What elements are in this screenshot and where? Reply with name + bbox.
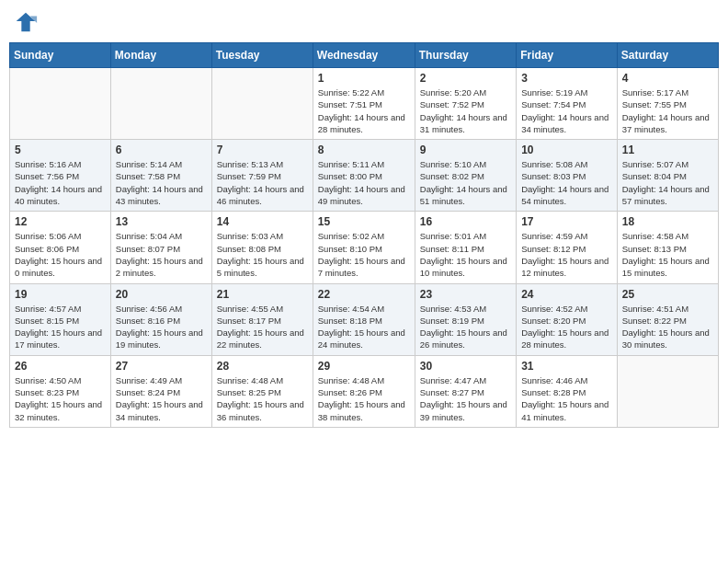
day-info: Sunrise: 5:04 AM Sunset: 8:07 PM Dayligh… (116, 230, 207, 279)
calendar-cell: 22Sunrise: 4:54 AM Sunset: 8:18 PM Dayli… (313, 283, 415, 355)
day-info: Sunrise: 5:06 AM Sunset: 8:06 PM Dayligh… (15, 230, 106, 279)
day-number: 20 (116, 288, 207, 301)
weekday-header-tuesday: Tuesday (211, 43, 313, 68)
day-number: 19 (15, 288, 106, 301)
calendar-header-row: SundayMondayTuesdayWednesdayThursdayFrid… (10, 43, 719, 68)
day-info: Sunrise: 5:19 AM Sunset: 7:54 PM Dayligh… (521, 86, 612, 135)
day-number: 18 (622, 215, 713, 228)
day-number: 8 (318, 144, 410, 156)
calendar-cell: 8Sunrise: 5:11 AM Sunset: 8:00 PM Daylig… (313, 140, 415, 212)
calendar-cell: 20Sunrise: 4:56 AM Sunset: 8:16 PM Dayli… (110, 283, 211, 355)
calendar-cell: 12Sunrise: 5:06 AM Sunset: 8:06 PM Dayli… (10, 212, 111, 283)
calendar-cell: 11Sunrise: 5:07 AM Sunset: 8:04 PM Dayli… (617, 140, 718, 212)
calendar-cell: 18Sunrise: 4:58 AM Sunset: 8:13 PM Dayli… (617, 212, 718, 283)
calendar-cell: 2Sunrise: 5:20 AM Sunset: 7:52 PM Daylig… (415, 68, 516, 140)
calendar-cell: 7Sunrise: 5:13 AM Sunset: 7:59 PM Daylig… (211, 140, 313, 212)
day-number: 31 (521, 360, 612, 373)
calendar-cell: 26Sunrise: 4:50 AM Sunset: 8:23 PM Dayli… (10, 355, 111, 427)
weekday-header-thursday: Thursday (415, 43, 516, 68)
calendar-cell: 19Sunrise: 4:57 AM Sunset: 8:15 PM Dayli… (10, 283, 111, 355)
day-number: 5 (15, 144, 106, 156)
svg-marker-0 (17, 13, 36, 32)
calendar-cell: 17Sunrise: 4:59 AM Sunset: 8:12 PM Dayli… (517, 212, 618, 283)
day-number: 23 (420, 288, 511, 301)
day-info: Sunrise: 4:49 AM Sunset: 8:24 PM Dayligh… (116, 374, 207, 423)
day-info: Sunrise: 5:13 AM Sunset: 7:59 PM Dayligh… (217, 158, 308, 207)
weekday-header-monday: Monday (110, 43, 211, 68)
day-info: Sunrise: 5:03 AM Sunset: 8:08 PM Dayligh… (217, 230, 308, 279)
day-info: Sunrise: 5:22 AM Sunset: 7:51 PM Dayligh… (318, 86, 410, 135)
calendar-cell: 6Sunrise: 5:14 AM Sunset: 7:58 PM Daylig… (110, 140, 211, 212)
day-number: 4 (622, 72, 713, 85)
calendar-cell: 5Sunrise: 5:16 AM Sunset: 7:56 PM Daylig… (10, 140, 111, 212)
calendar-cell: 29Sunrise: 4:48 AM Sunset: 8:26 PM Dayli… (313, 355, 415, 427)
calendar-cell: 10Sunrise: 5:08 AM Sunset: 8:03 PM Dayli… (517, 140, 618, 212)
logo (13, 9, 42, 35)
day-number: 7 (217, 144, 308, 156)
day-number: 10 (521, 144, 612, 156)
day-number: 11 (622, 144, 713, 156)
day-info: Sunrise: 4:58 AM Sunset: 8:13 PM Dayligh… (622, 230, 713, 279)
calendar-cell: 16Sunrise: 5:01 AM Sunset: 8:11 PM Dayli… (415, 212, 516, 283)
day-number: 25 (622, 288, 713, 301)
calendar-cell: 25Sunrise: 4:51 AM Sunset: 8:22 PM Dayli… (617, 283, 718, 355)
weekday-header-saturday: Saturday (617, 43, 718, 68)
day-info: Sunrise: 5:17 AM Sunset: 7:55 PM Dayligh… (622, 86, 713, 135)
calendar-cell (10, 68, 111, 140)
calendar-week-row: 1Sunrise: 5:22 AM Sunset: 7:51 PM Daylig… (10, 68, 719, 140)
calendar-cell: 21Sunrise: 4:55 AM Sunset: 8:17 PM Dayli… (211, 283, 313, 355)
day-number: 26 (15, 360, 106, 373)
day-number: 28 (217, 360, 308, 373)
calendar-cell: 1Sunrise: 5:22 AM Sunset: 7:51 PM Daylig… (313, 68, 415, 140)
calendar-cell: 4Sunrise: 5:17 AM Sunset: 7:55 PM Daylig… (617, 68, 718, 140)
day-info: Sunrise: 4:48 AM Sunset: 8:26 PM Dayligh… (318, 374, 410, 423)
calendar-week-row: 5Sunrise: 5:16 AM Sunset: 7:56 PM Daylig… (10, 140, 719, 212)
day-number: 24 (521, 288, 612, 301)
calendar-cell (617, 355, 718, 427)
day-info: Sunrise: 5:10 AM Sunset: 8:02 PM Dayligh… (420, 158, 511, 207)
day-info: Sunrise: 4:46 AM Sunset: 8:28 PM Dayligh… (521, 374, 612, 423)
calendar-cell: 15Sunrise: 5:02 AM Sunset: 8:10 PM Dayli… (313, 212, 415, 283)
day-info: Sunrise: 4:50 AM Sunset: 8:23 PM Dayligh… (15, 374, 106, 423)
calendar-cell (110, 68, 211, 140)
calendar-cell: 27Sunrise: 4:49 AM Sunset: 8:24 PM Dayli… (110, 355, 211, 427)
day-number: 12 (15, 215, 106, 228)
calendar-week-row: 12Sunrise: 5:06 AM Sunset: 8:06 PM Dayli… (10, 212, 719, 283)
day-info: Sunrise: 5:16 AM Sunset: 7:56 PM Dayligh… (15, 158, 106, 207)
day-number: 16 (420, 215, 511, 228)
day-info: Sunrise: 5:02 AM Sunset: 8:10 PM Dayligh… (318, 230, 410, 279)
day-number: 9 (420, 144, 511, 156)
day-number: 6 (116, 144, 207, 156)
day-info: Sunrise: 5:14 AM Sunset: 7:58 PM Dayligh… (116, 158, 207, 207)
calendar-cell (211, 68, 313, 140)
calendar-cell: 30Sunrise: 4:47 AM Sunset: 8:27 PM Dayli… (415, 355, 516, 427)
weekday-header-sunday: Sunday (10, 43, 111, 68)
calendar-cell: 24Sunrise: 4:52 AM Sunset: 8:20 PM Dayli… (517, 283, 618, 355)
day-info: Sunrise: 4:51 AM Sunset: 8:22 PM Dayligh… (622, 303, 713, 351)
day-info: Sunrise: 4:59 AM Sunset: 8:12 PM Dayligh… (521, 230, 612, 279)
calendar-cell: 9Sunrise: 5:10 AM Sunset: 8:02 PM Daylig… (415, 140, 516, 212)
day-number: 1 (318, 72, 410, 85)
day-number: 14 (217, 215, 308, 228)
day-number: 17 (521, 215, 612, 228)
day-info: Sunrise: 4:52 AM Sunset: 8:20 PM Dayligh… (521, 303, 612, 351)
day-info: Sunrise: 5:01 AM Sunset: 8:11 PM Dayligh… (420, 230, 511, 279)
calendar-cell: 3Sunrise: 5:19 AM Sunset: 7:54 PM Daylig… (517, 68, 618, 140)
day-number: 13 (116, 215, 207, 228)
day-info: Sunrise: 4:57 AM Sunset: 8:15 PM Dayligh… (15, 303, 106, 351)
day-number: 2 (420, 72, 511, 85)
day-info: Sunrise: 4:54 AM Sunset: 8:18 PM Dayligh… (318, 303, 410, 351)
day-info: Sunrise: 4:53 AM Sunset: 8:19 PM Dayligh… (420, 303, 511, 351)
day-info: Sunrise: 5:20 AM Sunset: 7:52 PM Dayligh… (420, 86, 511, 135)
day-number: 30 (420, 360, 511, 373)
day-info: Sunrise: 5:07 AM Sunset: 8:04 PM Dayligh… (622, 158, 713, 207)
weekday-header-wednesday: Wednesday (313, 43, 415, 68)
calendar-table: SundayMondayTuesdayWednesdayThursdayFrid… (9, 42, 719, 428)
day-info: Sunrise: 4:55 AM Sunset: 8:17 PM Dayligh… (217, 303, 308, 351)
day-number: 3 (521, 72, 612, 85)
logo-icon (13, 9, 39, 35)
page-header (9, 9, 719, 35)
calendar-cell: 14Sunrise: 5:03 AM Sunset: 8:08 PM Dayli… (211, 212, 313, 283)
day-number: 29 (318, 360, 410, 373)
day-info: Sunrise: 4:47 AM Sunset: 8:27 PM Dayligh… (420, 374, 511, 423)
